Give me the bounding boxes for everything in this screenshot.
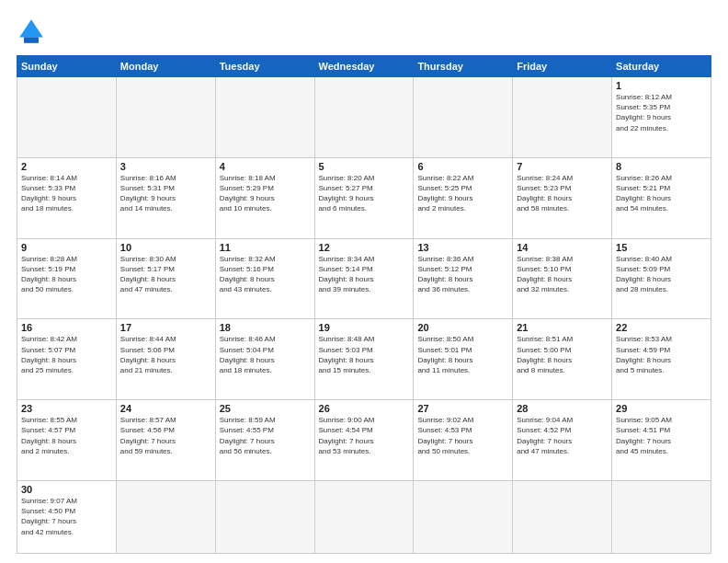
day-info: Sunrise: 9:00 AM Sunset: 4:54 PM Dayligh…	[319, 415, 410, 456]
week-row: 9Sunrise: 8:28 AM Sunset: 5:19 PM Daylig…	[17, 238, 711, 319]
calendar-cell: 22Sunrise: 8:53 AM Sunset: 4:59 PM Dayli…	[612, 319, 711, 400]
day-number: 10	[120, 242, 211, 253]
calendar-cell: 28Sunrise: 9:04 AM Sunset: 4:52 PM Dayli…	[513, 400, 612, 481]
calendar-cell	[513, 480, 612, 553]
day-info: Sunrise: 9:02 AM Sunset: 4:53 PM Dayligh…	[417, 415, 508, 456]
calendar-cell: 6Sunrise: 8:22 AM Sunset: 5:25 PM Daylig…	[414, 157, 513, 238]
calendar-cell: 20Sunrise: 8:50 AM Sunset: 5:01 PM Dayli…	[414, 319, 513, 400]
calendar-cell	[116, 77, 215, 158]
day-number: 2	[21, 161, 112, 172]
calendar-cell: 9Sunrise: 8:28 AM Sunset: 5:19 PM Daylig…	[17, 238, 117, 319]
day-number: 18	[220, 322, 311, 333]
day-info: Sunrise: 8:30 AM Sunset: 5:17 PM Dayligh…	[120, 254, 211, 295]
calendar-cell: 10Sunrise: 8:30 AM Sunset: 5:17 PM Dayli…	[116, 238, 215, 319]
day-info: Sunrise: 8:28 AM Sunset: 5:19 PM Dayligh…	[21, 254, 112, 295]
calendar-cell: 18Sunrise: 8:46 AM Sunset: 5:04 PM Dayli…	[215, 319, 314, 400]
calendar-cell: 29Sunrise: 9:05 AM Sunset: 4:51 PM Dayli…	[612, 400, 711, 481]
calendar-cell: 19Sunrise: 8:48 AM Sunset: 5:03 PM Dayli…	[314, 319, 414, 400]
day-info: Sunrise: 8:34 AM Sunset: 5:14 PM Dayligh…	[319, 254, 410, 295]
calendar-cell	[17, 77, 117, 158]
calendar-cell	[116, 480, 215, 553]
day-info: Sunrise: 8:40 AM Sunset: 5:09 PM Dayligh…	[616, 254, 707, 295]
calendar-cell: 4Sunrise: 8:18 AM Sunset: 5:29 PM Daylig…	[215, 157, 314, 238]
calendar-cell: 7Sunrise: 8:24 AM Sunset: 5:23 PM Daylig…	[513, 157, 612, 238]
week-row: 16Sunrise: 8:42 AM Sunset: 5:07 PM Dayli…	[17, 319, 711, 400]
day-number: 6	[417, 161, 508, 172]
weekday-header: Thursday	[414, 56, 513, 77]
weekday-header: Tuesday	[215, 56, 314, 77]
page: SundayMondayTuesdayWednesdayThursdayFrid…	[0, 0, 728, 563]
svg-marker-0	[19, 19, 43, 37]
calendar-cell: 13Sunrise: 8:36 AM Sunset: 5:12 PM Dayli…	[414, 238, 513, 319]
calendar-cell	[414, 480, 513, 553]
day-number: 26	[319, 403, 410, 414]
calendar-table: SundayMondayTuesdayWednesdayThursdayFrid…	[17, 55, 711, 554]
day-number: 14	[517, 242, 608, 253]
day-number: 3	[120, 161, 211, 172]
day-info: Sunrise: 8:18 AM Sunset: 5:29 PM Dayligh…	[220, 173, 311, 214]
day-number: 13	[417, 242, 508, 253]
day-info: Sunrise: 8:26 AM Sunset: 5:21 PM Dayligh…	[616, 173, 707, 214]
day-info: Sunrise: 8:32 AM Sunset: 5:16 PM Dayligh…	[220, 254, 311, 295]
calendar-cell: 8Sunrise: 8:26 AM Sunset: 5:21 PM Daylig…	[612, 157, 711, 238]
day-info: Sunrise: 9:04 AM Sunset: 4:52 PM Dayligh…	[517, 415, 608, 456]
weekday-header: Monday	[116, 56, 215, 77]
day-number: 19	[319, 322, 410, 333]
day-number: 15	[616, 242, 707, 253]
day-number: 5	[319, 161, 410, 172]
calendar-cell: 27Sunrise: 9:02 AM Sunset: 4:53 PM Dayli…	[414, 400, 513, 481]
calendar-cell	[314, 480, 414, 553]
day-info: Sunrise: 8:24 AM Sunset: 5:23 PM Dayligh…	[517, 173, 608, 214]
day-info: Sunrise: 8:55 AM Sunset: 4:57 PM Dayligh…	[21, 415, 112, 456]
logo-icon	[17, 17, 46, 46]
day-info: Sunrise: 8:50 AM Sunset: 5:01 PM Dayligh…	[417, 334, 508, 375]
day-info: Sunrise: 8:48 AM Sunset: 5:03 PM Dayligh…	[319, 334, 410, 375]
day-number: 24	[120, 403, 211, 414]
day-number: 7	[517, 161, 608, 172]
week-row: 30Sunrise: 9:07 AM Sunset: 4:50 PM Dayli…	[17, 480, 711, 553]
day-number: 28	[517, 403, 608, 414]
day-info: Sunrise: 8:14 AM Sunset: 5:33 PM Dayligh…	[21, 173, 112, 214]
calendar-cell: 5Sunrise: 8:20 AM Sunset: 5:27 PM Daylig…	[314, 157, 414, 238]
calendar-cell: 2Sunrise: 8:14 AM Sunset: 5:33 PM Daylig…	[17, 157, 117, 238]
day-number: 9	[21, 242, 112, 253]
day-number: 17	[120, 322, 211, 333]
day-number: 16	[21, 322, 112, 333]
calendar-cell: 23Sunrise: 8:55 AM Sunset: 4:57 PM Dayli…	[17, 400, 117, 481]
day-info: Sunrise: 9:05 AM Sunset: 4:51 PM Dayligh…	[616, 415, 707, 456]
calendar-cell: 25Sunrise: 8:59 AM Sunset: 4:55 PM Dayli…	[215, 400, 314, 481]
calendar-cell	[414, 77, 513, 158]
calendar-cell	[314, 77, 414, 158]
day-number: 21	[517, 322, 608, 333]
weekday-header: Friday	[513, 56, 612, 77]
weekday-header: Saturday	[612, 56, 711, 77]
week-row: 23Sunrise: 8:55 AM Sunset: 4:57 PM Dayli…	[17, 400, 711, 481]
day-info: Sunrise: 8:51 AM Sunset: 5:00 PM Dayligh…	[517, 334, 608, 375]
svg-rect-1	[24, 37, 39, 42]
calendar-cell	[215, 480, 314, 553]
day-number: 29	[616, 403, 707, 414]
day-info: Sunrise: 8:44 AM Sunset: 5:06 PM Dayligh…	[120, 334, 211, 375]
calendar-cell: 3Sunrise: 8:16 AM Sunset: 5:31 PM Daylig…	[116, 157, 215, 238]
day-info: Sunrise: 8:42 AM Sunset: 5:07 PM Dayligh…	[21, 334, 112, 375]
calendar-cell: 17Sunrise: 8:44 AM Sunset: 5:06 PM Dayli…	[116, 319, 215, 400]
day-number: 1	[616, 80, 707, 91]
calendar-cell: 21Sunrise: 8:51 AM Sunset: 5:00 PM Dayli…	[513, 319, 612, 400]
day-info: Sunrise: 8:46 AM Sunset: 5:04 PM Dayligh…	[220, 334, 311, 375]
day-info: Sunrise: 8:59 AM Sunset: 4:55 PM Dayligh…	[220, 415, 311, 456]
day-info: Sunrise: 9:07 AM Sunset: 4:50 PM Dayligh…	[21, 496, 112, 537]
header	[17, 17, 711, 46]
weekday-header-row: SundayMondayTuesdayWednesdayThursdayFrid…	[17, 56, 711, 77]
day-info: Sunrise: 8:36 AM Sunset: 5:12 PM Dayligh…	[417, 254, 508, 295]
day-number: 30	[21, 484, 112, 495]
weekday-header: Wednesday	[314, 56, 414, 77]
day-info: Sunrise: 8:53 AM Sunset: 4:59 PM Dayligh…	[616, 334, 707, 375]
day-number: 27	[417, 403, 508, 414]
weekday-header: Sunday	[17, 56, 117, 77]
calendar-cell	[513, 77, 612, 158]
week-row: 1Sunrise: 8:12 AM Sunset: 5:35 PM Daylig…	[17, 77, 711, 158]
calendar-cell: 12Sunrise: 8:34 AM Sunset: 5:14 PM Dayli…	[314, 238, 414, 319]
day-number: 12	[319, 242, 410, 253]
calendar-cell: 1Sunrise: 8:12 AM Sunset: 5:35 PM Daylig…	[612, 77, 711, 158]
day-info: Sunrise: 8:38 AM Sunset: 5:10 PM Dayligh…	[517, 254, 608, 295]
